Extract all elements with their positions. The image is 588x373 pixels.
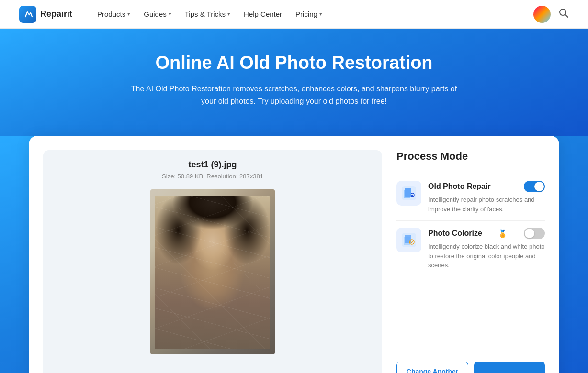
hero-subtitle: The AI Old Photo Restoration removes scr… (126, 83, 462, 107)
nav-right (533, 6, 569, 23)
chevron-down-icon: ▾ (227, 11, 230, 17)
main-section: test1 (9).jpg Size: 50.89 KB. Resolution… (0, 136, 588, 373)
nav-item-guides[interactable]: Guides ▾ (138, 6, 177, 22)
logo-icon (19, 6, 36, 23)
photo-preview (150, 189, 275, 354)
repair-mode-content: Old Photo Repair Intelligently repair ph… (428, 181, 545, 214)
colorize-mode-desc: Intelligendy colorize black and white ph… (428, 242, 545, 270)
repair-mode-toggle[interactable] (524, 181, 545, 192)
chevron-down-icon: ▾ (127, 11, 130, 17)
photo-image (155, 196, 270, 349)
nav-item-products[interactable]: Products ▾ (91, 6, 136, 22)
logo-text: Repairit (40, 9, 72, 19)
svg-point-5 (411, 195, 414, 197)
left-panel: test1 (9).jpg Size: 50.89 KB. Resolution… (43, 150, 382, 373)
mode-item-colorize: Photo Colorize 🏅 Intelligendy colorize b… (396, 221, 545, 277)
repair-mode-icon (396, 181, 421, 206)
process-mode-title: Process Mode (396, 150, 545, 163)
nav-item-pricing[interactable]: Pricing ▾ (290, 6, 328, 22)
chevron-down-icon: ▾ (169, 11, 171, 17)
file-meta: Size: 50.89 KB. Resolution: 287x381 (162, 173, 263, 180)
colorize-mode-name: Photo Colorize (428, 229, 482, 238)
search-icon[interactable] (558, 8, 569, 21)
main-card: test1 (9).jpg Size: 50.89 KB. Resolution… (29, 136, 559, 373)
right-panel: Process Mode Old Photo Repair (396, 150, 545, 373)
colorize-mode-content: Photo Colorize 🏅 Intelligendy colorize b… (428, 228, 545, 270)
svg-rect-8 (405, 235, 411, 243)
repair-mode-name: Old Photo Repair (428, 182, 491, 191)
logo[interactable]: Repairit (19, 6, 72, 23)
chevron-down-icon: ▾ (319, 11, 322, 17)
avatar[interactable] (533, 6, 551, 23)
nav-item-tips[interactable]: Tips & Tricks ▾ (179, 6, 236, 22)
change-photo-button[interactable]: Change Another Photo (396, 362, 468, 373)
svg-rect-4 (405, 188, 411, 197)
nav-items: Products ▾ Guides ▾ Tips & Tricks ▾ Help… (91, 6, 533, 22)
file-name: test1 (9).jpg (188, 160, 237, 170)
colorize-mode-icon (396, 228, 421, 252)
action-buttons: Change Another Photo Start (396, 347, 545, 373)
mode-item-repair: Old Photo Repair Intelligently repair ph… (396, 174, 545, 221)
start-button[interactable]: Start (474, 362, 545, 373)
colorize-badge: 🏅 (498, 229, 508, 238)
hero-title: Online AI Old Photo Restoration (19, 53, 569, 73)
colorize-mode-toggle[interactable] (524, 228, 545, 239)
navbar: Repairit Products ▾ Guides ▾ Tips & Tric… (0, 0, 588, 29)
nav-item-help[interactable]: Help Center (238, 6, 288, 22)
repair-mode-desc: Intelligently repair photo scratches and… (428, 195, 545, 214)
hero-section: Online AI Old Photo Restoration The AI O… (0, 29, 588, 136)
